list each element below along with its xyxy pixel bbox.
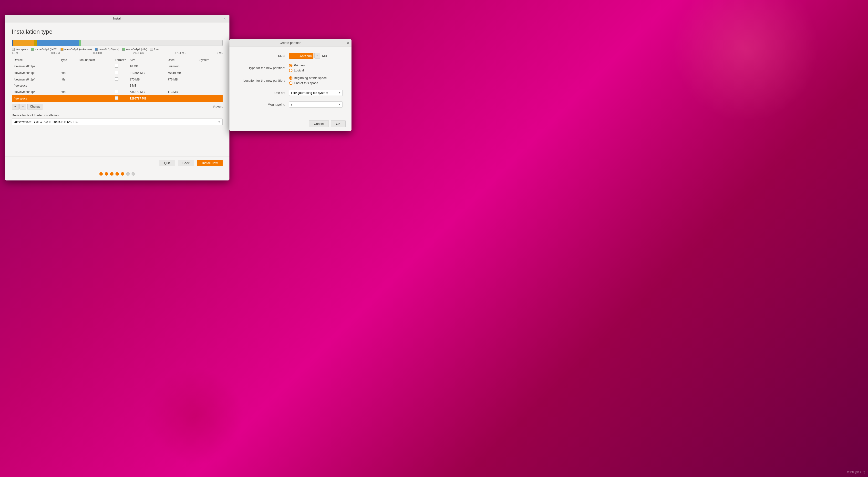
table-row[interactable]: /dev/nvme0n1p2 16 MB unknown xyxy=(12,63,223,70)
progress-dots xyxy=(5,169,229,180)
quit-button[interactable]: Quit xyxy=(159,160,175,166)
add-partition-button[interactable]: + xyxy=(12,104,19,109)
row-format xyxy=(113,76,128,83)
row-size: 870 MB xyxy=(128,76,166,83)
row-mount xyxy=(78,76,113,83)
legend-label-fat32: nvme0n1p1 (fat32) xyxy=(35,48,57,51)
install-close-button[interactable]: × xyxy=(223,16,227,21)
size-label: Size: xyxy=(235,54,289,58)
partition-bar xyxy=(12,40,223,46)
use-as-dropdown[interactable]: Ext4 journaling file system ▾ xyxy=(289,90,343,96)
partition-seg-unknown xyxy=(34,40,37,46)
size-ntfs3: 213.8 GB xyxy=(133,52,144,55)
table-row[interactable]: /dev/nvme0n1p3 ntfs 213755 MB 50819 MB xyxy=(12,69,223,76)
progress-dot-5 xyxy=(121,172,124,176)
row-type: ntfs xyxy=(59,76,78,83)
format-checkbox[interactable] xyxy=(115,90,118,93)
radio-end-btn[interactable] xyxy=(289,81,292,85)
create-partition-dialog: Create partition × Size: − MB Type for t… xyxy=(229,39,351,131)
radio-primary-label: Primary xyxy=(294,63,305,67)
radio-primary-btn[interactable] xyxy=(289,64,292,67)
partition-toolbar: + − Change Revert xyxy=(12,104,223,109)
dialog-close-button[interactable]: × xyxy=(347,41,349,45)
row-device: /dev/nvme0n1p2 xyxy=(12,63,59,70)
table-row[interactable]: free space 1 MB xyxy=(12,83,223,89)
mount-point-value: / xyxy=(291,103,292,106)
row-type: ntfs xyxy=(59,69,78,76)
radio-logical-btn[interactable] xyxy=(289,69,292,72)
legend-box-ntfs4 xyxy=(122,48,125,51)
row-system xyxy=(197,89,223,95)
size-input[interactable] xyxy=(289,53,313,59)
radio-logical-label: Logical xyxy=(294,69,304,72)
bootloader-label: Device for boot loader installation: xyxy=(12,113,223,117)
size-fat32: 104.9 MB xyxy=(51,52,61,55)
row-format xyxy=(113,69,128,76)
back-button[interactable]: Back xyxy=(178,160,194,166)
row-format xyxy=(113,95,128,102)
row-size: 1296787 MB xyxy=(128,95,166,102)
partition-type-radio-group: Primary Logical xyxy=(289,63,305,72)
row-system xyxy=(197,95,223,102)
row-device: /dev/nvme0n1p5 xyxy=(12,89,59,95)
cancel-button[interactable]: Cancel xyxy=(309,120,329,127)
chevron-down-icon: ▾ xyxy=(339,91,341,94)
row-type xyxy=(59,95,78,102)
table-row[interactable]: /dev/nvme0n1p4 ntfs 870 MB 776 MB xyxy=(12,76,223,83)
remove-partition-button[interactable]: − xyxy=(19,104,26,109)
partition-seg-ntfs4 xyxy=(79,40,81,46)
mount-point-input[interactable]: / ▾ xyxy=(289,101,343,107)
row-type: ntfs xyxy=(59,89,78,95)
use-as-value: Ext4 journaling file system xyxy=(291,91,328,95)
install-now-button[interactable]: Install Now xyxy=(197,160,223,166)
table-row-selected[interactable]: free space 1296787 MB xyxy=(12,95,223,102)
row-device: /dev/nvme0n1p4 xyxy=(12,76,59,83)
legend-item-ntfs4: nvme0n1p4 (ntfs) xyxy=(122,48,147,51)
revert-button[interactable]: Revert xyxy=(213,105,223,108)
row-used: 113 MB xyxy=(166,89,197,95)
partition-bar-container xyxy=(12,40,223,46)
install-window-title: Install xyxy=(113,16,121,20)
format-checkbox[interactable] xyxy=(115,71,118,74)
legend-label-unknown: nvme0n1p2 (unknown) xyxy=(64,48,92,51)
radio-logical[interactable]: Logical xyxy=(289,69,305,72)
format-checkbox-selected[interactable] xyxy=(115,96,118,100)
row-size: 16 MB xyxy=(128,63,166,70)
dialog-title: Create partition xyxy=(280,41,302,45)
row-mount xyxy=(78,95,113,102)
col-system: System xyxy=(197,57,223,63)
radio-beginning-btn[interactable] xyxy=(289,76,292,80)
radio-beginning[interactable]: Beginning of this space xyxy=(289,76,327,80)
size-minus-button[interactable]: − xyxy=(314,53,320,59)
legend-sizes: 1.0 MB 104.9 MB 16.8 MB 213.8 GB 870.1 M… xyxy=(12,52,223,55)
radio-end-label: End of this space xyxy=(294,81,318,85)
row-device: /dev/nvme0n1p3 xyxy=(12,69,59,76)
col-used: Used xyxy=(166,57,197,63)
row-system xyxy=(197,69,223,76)
format-checkbox[interactable] xyxy=(115,77,118,81)
row-mount xyxy=(78,89,113,95)
table-row[interactable]: /dev/nvme0n1p5 ntfs 536870 MB 113 MB xyxy=(12,89,223,95)
radio-end[interactable]: End of this space xyxy=(289,81,327,85)
install-window: Install × Installation type free space xyxy=(5,14,229,180)
bootloader-select[interactable]: /dev/nvme0n1 YMTC PC411-2048GB-B (2.0 TB… xyxy=(12,118,223,125)
change-partition-button[interactable]: Change xyxy=(27,104,43,109)
progress-dot-1 xyxy=(99,172,103,176)
dialog-titlebar: Create partition × xyxy=(229,39,351,47)
location-row: Location for the new partition: Beginnin… xyxy=(235,76,346,85)
legend-item-free2: free xyxy=(150,48,159,51)
ok-button[interactable]: OK xyxy=(331,120,346,127)
format-checkbox[interactable] xyxy=(115,64,118,68)
mount-point-row: Mount point: / ▾ xyxy=(235,100,346,108)
mount-point-label: Mount point: xyxy=(235,103,289,106)
row-system xyxy=(197,63,223,70)
progress-dot-2 xyxy=(105,172,108,176)
legend-item-free: free space xyxy=(12,48,28,51)
row-format xyxy=(113,83,128,89)
row-format xyxy=(113,89,128,95)
row-mount xyxy=(78,63,113,70)
row-size: 1 MB xyxy=(128,83,166,89)
radio-primary[interactable]: Primary xyxy=(289,63,305,67)
row-size: 536870 MB xyxy=(128,89,166,95)
partition-seg-ntfs3 xyxy=(37,40,79,46)
